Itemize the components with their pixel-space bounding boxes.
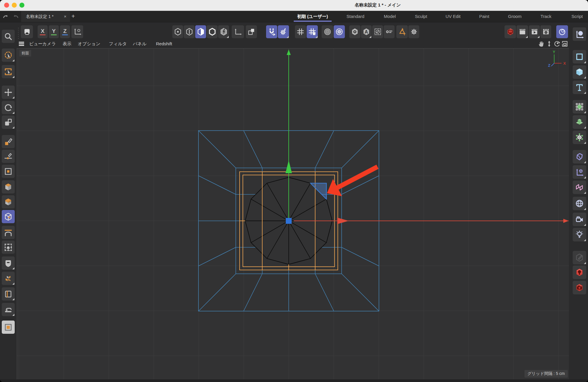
light-object-button[interactable] <box>573 228 586 241</box>
close-window-button[interactable] <box>4 3 9 8</box>
cloth-iron-button[interactable] <box>2 303 15 316</box>
submenu-corner-icon <box>12 298 14 300</box>
y-axis-lock-button[interactable]: Y <box>49 25 59 38</box>
model-mode-button[interactable] <box>207 25 218 38</box>
minimize-window-button[interactable] <box>12 3 17 8</box>
spline-rect-button[interactable] <box>573 50 586 64</box>
rectangle-spline-button[interactable] <box>2 165 15 178</box>
polygons-mode-button[interactable] <box>195 25 206 38</box>
viewport[interactable]: YXZ 前面 グリッド間隔 : 5 cm <box>17 48 569 380</box>
spline-pen-button[interactable] <box>2 150 15 163</box>
coordinate-system-button[interactable] <box>71 25 83 38</box>
cube-primitive-button[interactable] <box>2 180 15 193</box>
points-mode-button[interactable] <box>172 25 183 38</box>
rectangle-selection-button[interactable] <box>2 65 15 78</box>
move-tool-button[interactable] <box>2 86 15 99</box>
generator-button[interactable] <box>573 100 586 114</box>
settings-gear-button[interactable] <box>408 25 419 38</box>
voxel-cubes-button[interactable] <box>2 272 15 285</box>
bridge-tool-button[interactable] <box>2 226 15 239</box>
cube-band-button[interactable] <box>2 195 15 208</box>
layout-tab-script[interactable]: Script <box>572 11 583 22</box>
redshift-camera-button[interactable] <box>573 281 586 294</box>
layout-tab-paint[interactable]: Paint <box>479 11 489 22</box>
move-tool-center-handle[interactable] <box>286 218 292 224</box>
bell-simulation-button[interactable] <box>2 241 15 254</box>
snap-settings-button[interactable] <box>278 25 289 38</box>
x-axis-lock-button[interactable]: X <box>38 25 48 38</box>
pen-tool-button[interactable] <box>2 135 15 148</box>
frame-view-icon[interactable] <box>561 40 569 49</box>
x-axis-handle-arrow[interactable] <box>337 218 349 224</box>
camera-object-button[interactable] <box>573 213 586 226</box>
render-settings-button[interactable] <box>540 25 551 38</box>
volume-mesh-button[interactable] <box>2 256 15 270</box>
search-tool-button[interactable] <box>2 30 15 43</box>
orbit-icon[interactable] <box>553 40 561 49</box>
frame-region-button[interactable] <box>2 321 15 334</box>
axis-ball-button[interactable] <box>573 27 586 41</box>
redshift-lens-button[interactable] <box>556 25 568 38</box>
axis-cube-button[interactable] <box>573 165 586 179</box>
hand-icon[interactable] <box>537 40 545 49</box>
primitive-cube-button[interactable] <box>573 65 586 79</box>
layout-tab-sculpt[interactable]: Sculpt <box>415 11 427 22</box>
snap-button[interactable] <box>266 25 277 38</box>
add-tab-button[interactable]: + <box>69 11 77 22</box>
document-tab[interactable]: 名称未設定 1 * × <box>21 11 70 22</box>
render-frame-button[interactable] <box>517 25 528 38</box>
redshift-light-button[interactable] <box>573 266 586 279</box>
polygon-pairs-button[interactable] <box>573 181 586 194</box>
viewport-solo-button[interactable] <box>21 25 33 38</box>
hamburger-menu-icon[interactable] <box>18 40 25 49</box>
deformer-button[interactable] <box>573 150 586 164</box>
viewport-menu-1[interactable]: カメラ <box>42 39 56 48</box>
array-generator-button[interactable] <box>573 115 586 129</box>
grid-button[interactable] <box>295 25 306 38</box>
environment-globe-button[interactable] <box>573 197 586 210</box>
gear-generator-button[interactable] <box>573 131 586 144</box>
workplane-mode-button[interactable] <box>246 25 257 38</box>
annotation-filter-button[interactable]: A <box>361 25 372 38</box>
viewport-menu-redshift[interactable]: Redshift <box>156 39 172 48</box>
viewport-menu-4[interactable]: フィルタ <box>109 39 127 48</box>
object-axis-mode-button[interactable] <box>232 25 244 38</box>
viewport-menu-2[interactable]: 表示 <box>63 39 71 48</box>
modeling-settings-button[interactable] <box>334 25 345 38</box>
material-pen-button[interactable] <box>573 251 586 264</box>
toolbar-grip-vertical[interactable] <box>17 27 20 39</box>
viewport-menu-5[interactable]: パネル <box>133 39 146 48</box>
pan-vertical-icon[interactable] <box>545 40 553 49</box>
close-tab-icon[interactable]: × <box>64 11 66 22</box>
live-selection-button[interactable] <box>2 49 15 62</box>
edges-mode-button[interactable] <box>184 25 195 38</box>
selection-filter-button[interactable] <box>372 25 383 38</box>
quantize-lock-button[interactable] <box>307 25 318 38</box>
scale-tool-button[interactable] <box>2 116 15 129</box>
subdivide-edit-button[interactable] <box>2 210 15 223</box>
viewport-menu-3[interactable]: オプション <box>78 39 101 48</box>
undo-icon[interactable] <box>2 13 10 21</box>
y-axis-handle-arrow[interactable] <box>285 160 292 173</box>
icon-graphic <box>575 102 584 111</box>
viewport-menu-0[interactable]: ビュー <box>29 39 43 48</box>
axis-rings-button[interactable] <box>322 25 333 38</box>
text-object-button[interactable] <box>573 81 586 94</box>
zoom-window-button[interactable] <box>19 3 24 8</box>
texture-mode-button[interactable] <box>218 25 229 38</box>
auto-retopo-button[interactable] <box>396 25 408 38</box>
redo-icon[interactable] <box>11 13 19 21</box>
layout-tab-standard[interactable]: Standard <box>347 11 365 22</box>
wrap-object-button[interactable] <box>2 287 15 301</box>
z-axis-lock-button[interactable]: Z <box>60 25 70 38</box>
viewport-canvas[interactable]: YXZ <box>17 49 569 379</box>
render-play-button[interactable] <box>529 25 540 38</box>
render-view-button[interactable] <box>505 25 516 38</box>
isoline-button[interactable] <box>384 25 395 38</box>
rotate-tool-button[interactable] <box>2 101 15 114</box>
viewport-filter-button[interactable] <box>349 25 360 38</box>
layout-tab-groom[interactable]: Groom <box>508 11 522 22</box>
layout-tab-model[interactable]: Model <box>384 11 396 22</box>
layout-tab-uv-edit[interactable]: UV Edit <box>446 11 461 22</box>
layout-tab-track[interactable]: Track <box>541 11 552 22</box>
